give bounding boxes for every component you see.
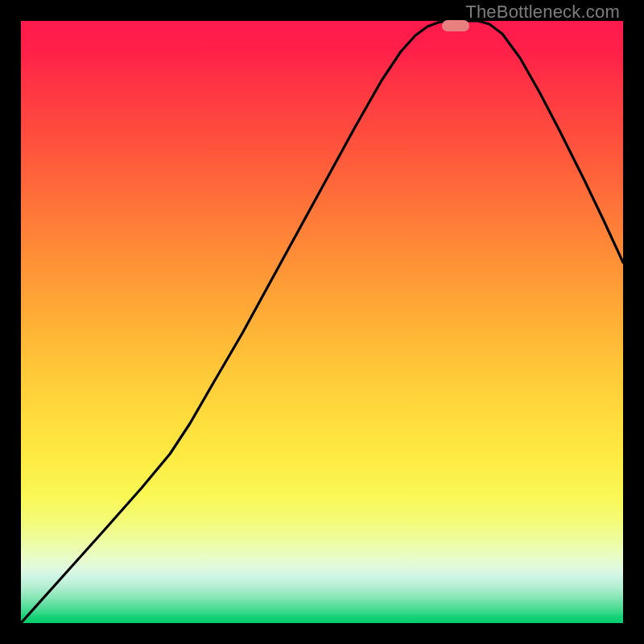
plot-frame	[21, 21, 623, 623]
optimal-point-marker	[442, 20, 469, 31]
watermark-text: TheBottleneck.com	[465, 2, 620, 23]
gradient-background	[21, 21, 623, 623]
